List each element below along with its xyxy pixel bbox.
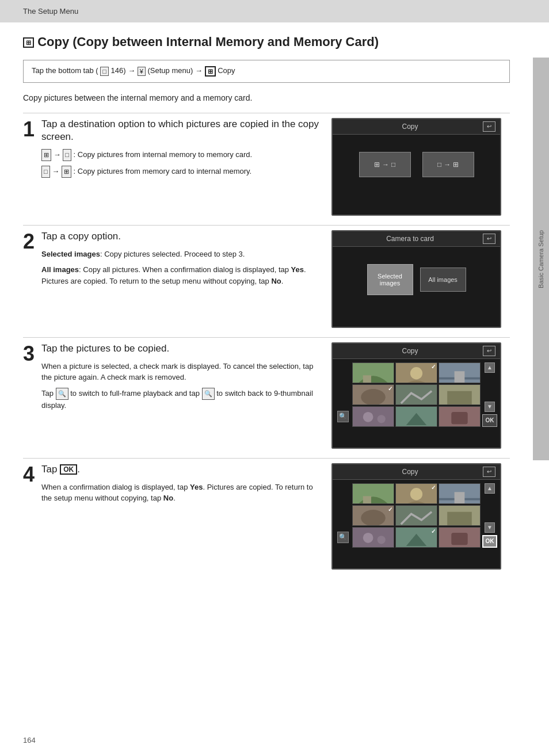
- screen-3-back[interactable]: ↩: [483, 346, 495, 356]
- selected-images-label: Selected images: [41, 250, 100, 258]
- step-4-left: 4 Tap OK. When a confirmation dialog is …: [23, 458, 331, 579]
- thumb-2[interactable]: [395, 362, 437, 383]
- svg-rect-5: [455, 371, 465, 383]
- page-number: 164: [23, 736, 36, 744]
- breadcrumb: The Setup Menu: [23, 7, 78, 16]
- thumb-5[interactable]: [395, 384, 437, 405]
- screen-3-side-controls: ▲ ▼ OK: [483, 362, 497, 427]
- scroll-down-btn-4[interactable]: ▼: [485, 522, 495, 533]
- ok-btn-3[interactable]: OK: [482, 414, 497, 427]
- card-icon-btn2: □: [437, 161, 441, 169]
- step-1-number: 1: [23, 119, 35, 140]
- svg-rect-18: [363, 496, 371, 504]
- screen-2-titlebar: Camera to card ↩: [333, 231, 500, 247]
- step-2-desc: Selected images: Copy pictures selected.…: [41, 249, 320, 287]
- thumb-6[interactable]: [439, 384, 481, 405]
- screen-2-body: Selectedimages All images: [333, 247, 500, 312]
- thumbnails-grid-4: [352, 483, 481, 548]
- step-3-title: Tap the pictures to be copied.: [41, 342, 320, 355]
- screen-1: Copy ↩ ⊞ → □ □ → ⊞: [331, 118, 501, 216]
- thumb-4-4[interactable]: [352, 505, 394, 526]
- selected-images-btn[interactable]: Selectedimages: [367, 264, 413, 295]
- scroll-down-btn[interactable]: ▼: [485, 402, 495, 412]
- step-4-desc: When a confirmation dialog is displayed,…: [41, 482, 320, 504]
- screen-2: Camera to card ↩ Selectedimages All imag…: [331, 230, 501, 328]
- step-1-desc: ⊞ → □ : Copy pictures from internal memo…: [41, 149, 320, 178]
- step-4-title: Tap OK.: [41, 463, 320, 476]
- thumb-1[interactable]: [352, 362, 394, 383]
- thumb-7[interactable]: [352, 406, 394, 427]
- screen-3: Copy ↩ 🔍: [331, 342, 501, 449]
- thumb-8[interactable]: [395, 406, 437, 427]
- step-2-number: 2: [23, 231, 35, 252]
- arrow-icon: →: [382, 161, 389, 169]
- screen-4-titlebar: Copy ↩: [333, 464, 500, 480]
- sidebar: Basic Camera Setup: [533, 58, 549, 460]
- thumb-4-2[interactable]: [395, 483, 437, 504]
- sidebar-label: Basic Camera Setup: [537, 230, 544, 288]
- thumb-3[interactable]: [439, 362, 481, 383]
- svg-rect-1: [363, 375, 371, 383]
- thumb-4-8[interactable]: [395, 527, 437, 548]
- svg-point-13: [378, 415, 386, 423]
- card-icon2: □: [41, 166, 50, 178]
- all-images-btn[interactable]: All images: [420, 268, 466, 292]
- zoom-btn[interactable]: 🔍: [337, 411, 349, 422]
- screen-4-body: 🔍: [333, 480, 500, 550]
- svg-point-29: [363, 533, 373, 543]
- step-3: 3 Tap the pictures to be copied. When a …: [23, 337, 510, 458]
- thumb-4-6[interactable]: [439, 505, 481, 526]
- step-3-desc: When a picture is selected, a check mark…: [41, 361, 320, 411]
- page: The Setup Menu Basic Camera Setup ⊞ Copy…: [0, 0, 549, 756]
- step-2-title: Tap a copy option.: [41, 230, 320, 243]
- screen-1-back[interactable]: ↩: [483, 121, 495, 132]
- copy-menu-icon: ⊞: [205, 66, 216, 77]
- step-2-left: 2 Tap a copy option. Selected images: Co…: [23, 225, 331, 337]
- all-images-label: All images: [41, 265, 79, 274]
- svg-point-3: [410, 367, 422, 379]
- thumb-4[interactable]: [352, 384, 394, 405]
- screen-2-back[interactable]: ↩: [483, 234, 495, 244]
- svg-point-20: [410, 488, 422, 500]
- scroll-up-btn-4[interactable]: ▲: [485, 483, 495, 494]
- internal-icon2: ⊞: [62, 166, 71, 178]
- instruction-box: Tap the bottom tab ( □ 146) → ¥ (Setup m…: [23, 60, 510, 83]
- thumb-4-1[interactable]: [352, 483, 394, 504]
- svg-point-24: [361, 510, 386, 526]
- screen-4: Copy ↩ 🔍: [331, 463, 501, 570]
- svg-rect-22: [455, 492, 465, 504]
- instruction-text: Tap the bottom tab ( □ 146) → ¥ (Setup m…: [32, 66, 235, 75]
- zoom-in-icon: 🔍: [56, 388, 68, 400]
- zoom-btn-4[interactable]: 🔍: [337, 532, 349, 543]
- step-4-right: Copy ↩ 🔍: [331, 458, 510, 579]
- step-3-left: 3 Tap the pictures to be copied. When a …: [23, 337, 331, 458]
- step-2: 2 Tap a copy option. Selected images: Co…: [23, 225, 510, 337]
- copy-option-card-to-internal[interactable]: □ → ⊞: [422, 152, 474, 177]
- step-1-left: 1 Tap a destination option to which pict…: [23, 113, 331, 225]
- card-icon: □: [63, 149, 71, 161]
- thumb-4-7[interactable]: [352, 527, 394, 548]
- thumb-4-9[interactable]: [439, 527, 481, 548]
- svg-rect-33: [451, 533, 467, 545]
- thumb-4-3[interactable]: [439, 483, 481, 504]
- arrow-icon2: →: [444, 161, 451, 169]
- thumbnails-grid-3: [352, 362, 481, 427]
- scroll-up-btn[interactable]: ▲: [485, 362, 495, 373]
- page-description: Copy pictures between the internal memor…: [23, 93, 510, 102]
- copy-option-internal-to-card[interactable]: ⊞ → □: [359, 152, 411, 177]
- step-3-right: Copy ↩ 🔍: [331, 337, 510, 458]
- thumb-9[interactable]: [439, 406, 481, 427]
- screen-4-back[interactable]: ↩: [483, 467, 495, 477]
- screen-3-titlebar: Copy ↩: [333, 343, 500, 359]
- zoom-out-icon: 🔍: [202, 388, 215, 400]
- step-4-number: 4: [23, 464, 35, 485]
- step-4: 4 Tap OK. When a confirmation dialog is …: [23, 458, 510, 579]
- svg-rect-16: [451, 412, 467, 424]
- int-icon: ⊞: [374, 161, 380, 169]
- thumb-4-5[interactable]: [395, 505, 437, 526]
- card-icon-btn: □: [391, 161, 395, 169]
- step-1-right: Copy ↩ ⊞ → □ □ → ⊞: [331, 113, 510, 225]
- step-3-number: 3: [23, 343, 35, 364]
- step-1-title: Tap a destination option to which pictur…: [41, 118, 320, 143]
- ok-btn-4[interactable]: OK: [482, 535, 497, 548]
